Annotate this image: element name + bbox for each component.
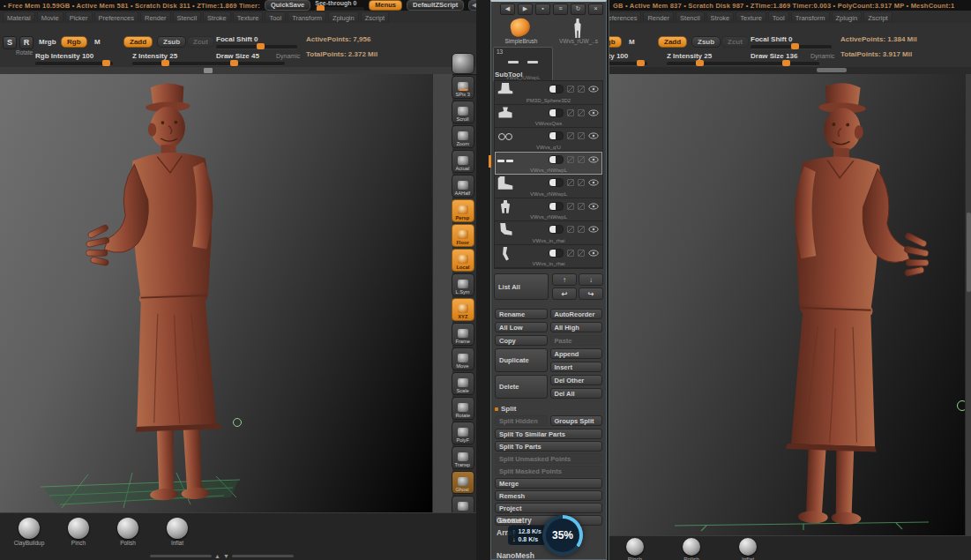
menu-item[interactable]: Zplugin [328, 11, 359, 24]
menu-item[interactable]: Stencil [173, 11, 202, 24]
progress-ring[interactable]: 35% [542, 515, 583, 556]
list-all-button[interactable]: List All [494, 273, 549, 300]
shelf-button[interactable]: Floor [452, 224, 474, 247]
subtool-row[interactable]: VWvs_in_rhai [495, 221, 602, 245]
uv-icon[interactable] [567, 132, 574, 139]
texture-icon[interactable] [578, 132, 585, 139]
close-icon[interactable]: × [588, 4, 603, 15]
quicksave-button[interactable]: QuickSave [265, 0, 310, 11]
menu-item[interactable]: Zscript [863, 11, 893, 24]
paste-button[interactable]: Paste [550, 335, 603, 346]
rotate-tool-button[interactable]: R [19, 36, 34, 49]
z-intensity-slider[interactable] [132, 62, 228, 66]
subtool-row[interactable]: VWvs_in_rhai [495, 245, 602, 269]
simplebrush-icon[interactable] [509, 17, 532, 38]
split-to-parts-button[interactable]: Split To Parts [495, 441, 602, 452]
menu-item[interactable]: Texture [233, 11, 264, 24]
visibility-eye-icon[interactable] [588, 226, 599, 233]
menu-item[interactable]: Tool [768, 11, 789, 24]
quick-pick-item[interactable] [508, 61, 519, 63]
polypaint-toggle[interactable] [549, 85, 564, 93]
material-preview-button[interactable] [452, 53, 474, 74]
shelf-button[interactable]: Persp [452, 199, 474, 222]
split-section-header[interactable]: Split [495, 403, 602, 414]
brush-button[interactable]: Inflat [162, 518, 192, 546]
focal-shift-slider[interactable] [216, 45, 297, 49]
shelf-button[interactable]: XYZ [452, 298, 474, 321]
uv-icon[interactable] [567, 179, 574, 186]
shelf-button[interactable]: Zoom [452, 125, 474, 148]
polypaint-toggle[interactable] [549, 155, 564, 164]
uv-icon[interactable] [567, 156, 574, 163]
shelf-button[interactable]: Scroll [452, 101, 474, 123]
quick-pick-item[interactable] [527, 61, 538, 63]
texture-icon[interactable] [578, 203, 585, 210]
all-high-button[interactable]: All High [550, 322, 603, 332]
merge-button[interactable]: Merge [495, 478, 602, 489]
texture-icon[interactable] [578, 109, 585, 116]
menu-item[interactable]: Render [643, 11, 674, 24]
shelf-button[interactable]: Transp [452, 446, 474, 469]
menu-item[interactable]: Render [140, 11, 171, 24]
uv-icon[interactable] [567, 250, 574, 257]
right-viewport[interactable] [609, 74, 971, 536]
insert-above-icon[interactable]: ↩ [552, 287, 577, 300]
insert-button[interactable]: Insert [550, 362, 603, 372]
all-low-button[interactable]: All Low [495, 322, 548, 332]
zcut-button[interactable]: Zcut [187, 36, 214, 48]
move-up-icon[interactable]: ↑ [552, 273, 577, 286]
shelf-button[interactable]: Ghost [452, 471, 474, 494]
menu-item[interactable]: Preferences [609, 11, 641, 24]
del-all-button[interactable]: Del All [550, 388, 603, 399]
menu-item[interactable]: Stroke [203, 11, 231, 24]
rgb-intensity-slider[interactable] [609, 62, 647, 66]
menu-item[interactable]: Transform [288, 11, 326, 24]
uv-icon[interactable] [567, 86, 574, 93]
polypaint-toggle[interactable] [549, 249, 564, 258]
visibility-eye-icon[interactable] [588, 250, 599, 257]
zadd-button[interactable]: Zadd [658, 36, 687, 48]
cycle-icon[interactable]: ↻ [571, 4, 586, 15]
shelf-button[interactable]: L.Sym [452, 273, 474, 296]
rgb-button[interactable]: Rgb [61, 36, 87, 48]
menu-item[interactable]: Picker [65, 11, 93, 24]
tray-scrollbar[interactable]: ▲ ▼ [150, 553, 294, 559]
subtool-section-header[interactable]: SubTool [491, 69, 526, 80]
texture-icon[interactable] [578, 250, 585, 257]
del-other-button[interactable]: Del Other [550, 375, 603, 385]
polypaint-toggle[interactable] [549, 131, 564, 140]
shelf-button[interactable]: Scale [452, 372, 474, 395]
m-button[interactable]: M [94, 38, 101, 46]
dynamic-toggle[interactable]: Dynamic [276, 53, 300, 59]
polypaint-toggle[interactable] [549, 178, 564, 187]
rename-button[interactable]: Rename [495, 309, 548, 319]
rgb-intensity-slider[interactable] [35, 62, 113, 66]
move-down-icon[interactable]: ↓ [579, 273, 603, 286]
copy-button[interactable]: Copy [495, 335, 548, 346]
uv-icon[interactable] [567, 203, 574, 210]
zsub-button[interactable]: Zsub [691, 36, 721, 48]
texture-icon[interactable] [578, 86, 585, 93]
scroll-right-icon[interactable]: ▶ [518, 4, 533, 15]
zsub-button[interactable]: Zsub [157, 36, 186, 48]
menu-item[interactable]: Transform [791, 11, 830, 24]
uv-icon[interactable] [567, 109, 574, 116]
default-zscript-button[interactable]: DefaultZScript [407, 0, 464, 11]
left-viewport[interactable] [0, 74, 432, 512]
subtool-row[interactable]: VWvsxQws [495, 105, 602, 129]
remesh-button[interactable]: Remesh [495, 490, 602, 501]
lock-icon[interactable]: ▪ [535, 4, 550, 15]
split-to-similar-parts-button[interactable]: Split To Similar Parts [495, 429, 602, 439]
shelf-button[interactable]: Frame [452, 323, 474, 346]
subtool-row[interactable]: VWvs_rNWwpL [495, 198, 602, 222]
shelf-button[interactable]: SPix 3 [452, 76, 474, 99]
visibility-eye-icon[interactable] [588, 132, 599, 139]
brush-button[interactable]: Inflat [733, 538, 763, 560]
delete-button[interactable]: Delete [495, 375, 548, 399]
brush-button[interactable]: Polish [676, 538, 706, 560]
menu-item[interactable]: Texture [736, 11, 766, 24]
texture-icon[interactable] [578, 226, 585, 233]
menu-item[interactable]: Tool [265, 11, 286, 24]
menus-button[interactable]: Menus [369, 0, 402, 11]
shelf-button[interactable]: AAHalf [452, 175, 474, 198]
